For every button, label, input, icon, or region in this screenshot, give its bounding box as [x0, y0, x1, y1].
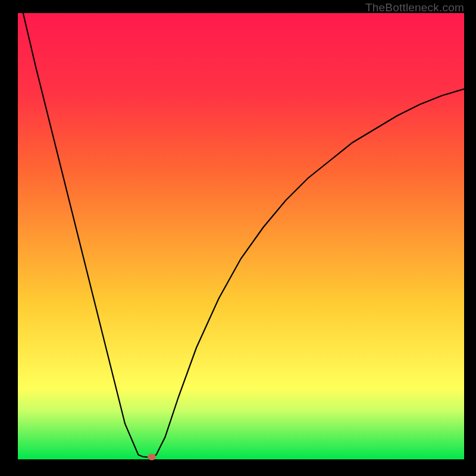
- curve-svg: [18, 13, 464, 459]
- chart-container: TheBottleneck.com: [0, 0, 476, 476]
- curve-right-branch: [152, 89, 464, 458]
- curve-left-branch: [18, 13, 152, 457]
- bottleneck-marker: [148, 454, 156, 461]
- watermark-text: TheBottleneck.com: [365, 1, 464, 14]
